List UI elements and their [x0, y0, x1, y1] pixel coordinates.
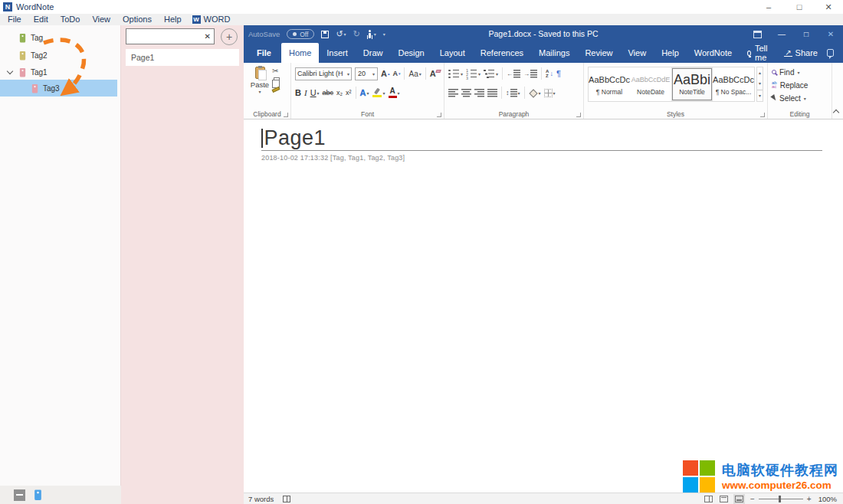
menu-word[interactable]: W WORD [188, 14, 235, 25]
italic-button[interactable]: I [304, 88, 307, 97]
tab-file[interactable]: File [247, 43, 281, 63]
borders-button[interactable]: ▾ [544, 89, 556, 97]
shrink-font-button[interactable]: A▾ [392, 69, 400, 78]
print-layout-icon[interactable] [720, 496, 728, 502]
style-nospacing[interactable]: AaBbCcDc ¶ No Spac... [713, 68, 753, 100]
customize-qat-caret-icon[interactable]: ▾ [383, 31, 385, 37]
share-button[interactable]: ↗ Share [778, 48, 824, 57]
tell-me-box[interactable]: Tell me [740, 44, 778, 62]
subscript-button[interactable]: x₂ [336, 89, 343, 97]
paste-button[interactable]: Paste ▾ [248, 66, 272, 108]
replace-button[interactable]: abac Replace [772, 80, 828, 90]
strikethrough-button[interactable]: abc [323, 89, 334, 97]
show-paragraph-marks-button[interactable]: ¶ [556, 69, 561, 78]
redo-icon[interactable]: ↻ [353, 30, 360, 38]
expand-chevron-icon[interactable] [7, 67, 13, 74]
tab-draw[interactable]: Draw [356, 43, 391, 63]
tag-tree-item-tag3-selected[interactable]: Tag3 [0, 80, 117, 97]
menu-edit[interactable]: Edit [28, 14, 54, 25]
read-mode-icon[interactable] [704, 496, 713, 502]
tab-insert[interactable]: Insert [319, 43, 356, 63]
web-layout-icon[interactable] [735, 496, 743, 502]
tab-review[interactable]: Review [577, 43, 620, 63]
styles-scroll-down-icon[interactable]: ▾ [757, 78, 763, 89]
search-clear-icon[interactable]: ✕ [202, 32, 214, 41]
sort-button[interactable]: AZ↓ [546, 69, 553, 78]
font-name-combobox[interactable]: Calibri Light (H▾ [295, 67, 352, 80]
font-size-combobox[interactable]: 20▾ [355, 67, 378, 80]
line-spacing-button[interactable]: ↕▾ [506, 89, 520, 97]
align-right-button[interactable] [474, 89, 484, 97]
menu-view[interactable]: View [86, 14, 116, 25]
app-close-button[interactable]: ✕ [818, 1, 838, 13]
word-minimize-button[interactable]: — [769, 30, 794, 38]
zoom-slider-track[interactable] [759, 499, 803, 499]
clear-formatting-button[interactable]: A [430, 69, 436, 78]
multilevel-list-button[interactable]: ▾ [484, 69, 498, 78]
undo-icon[interactable]: ↺ [336, 30, 343, 38]
search-box[interactable]: ✕ [126, 28, 215, 44]
align-center-button[interactable] [461, 89, 471, 97]
collapse-ribbon-icon[interactable] [833, 110, 839, 116]
tag-tree-item-tag2[interactable]: Tag2 [0, 47, 117, 64]
zoom-slider-thumb[interactable] [779, 496, 782, 502]
tag-tree-item-tag[interactable]: Tag [0, 29, 117, 46]
autosave-toggle[interactable]: Off [287, 29, 314, 39]
menu-file[interactable]: File [2, 14, 28, 25]
app-maximize-button[interactable]: □ [789, 1, 809, 13]
add-tag-icon[interactable] [33, 489, 43, 501]
tab-layout[interactable]: Layout [432, 43, 473, 63]
menu-help[interactable]: Help [158, 14, 188, 25]
tab-references[interactable]: References [473, 43, 531, 63]
page-list-item[interactable]: Page1 [126, 49, 239, 66]
zoom-in-button[interactable]: + [807, 495, 812, 503]
tab-design[interactable]: Design [390, 43, 431, 63]
save-icon[interactable] [321, 31, 329, 38]
word-maximize-button[interactable]: □ [794, 30, 818, 38]
cut-icon[interactable]: ✂ [272, 67, 280, 75]
tab-home[interactable]: Home [281, 43, 319, 63]
change-case-button[interactable]: Aa▾ [408, 70, 421, 78]
bullets-button[interactable]: ▾ [448, 69, 463, 78]
style-normal[interactable]: AaBbCcDc ¶ Normal [589, 68, 629, 100]
select-button[interactable]: Select ▾ [772, 93, 828, 103]
numbering-button[interactable]: 1 2 3▾ [466, 69, 481, 78]
paragraph-dialog-launcher-icon[interactable] [576, 113, 581, 117]
underline-button[interactable]: U▾ [310, 88, 320, 97]
document-heading[interactable]: Page1 [264, 126, 326, 149]
styles-dialog-launcher-icon[interactable] [760, 113, 765, 117]
remove-tag-button[interactable] [14, 489, 25, 501]
bold-button[interactable]: B [295, 88, 301, 97]
zoom-percentage[interactable]: 100% [818, 495, 837, 503]
styles-scroll-up-icon[interactable]: ▴ [757, 67, 763, 78]
tag-tree-item-tag1[interactable]: Tag1 [0, 64, 117, 80]
document-canvas[interactable]: Page1 2018-10-02 17:13:32 [Tag, Tag1, Ta… [244, 120, 843, 493]
comments-icon[interactable] [827, 49, 834, 57]
font-dialog-launcher-icon[interactable] [437, 113, 441, 117]
justify-button[interactable] [487, 89, 497, 97]
tab-mailings[interactable]: Mailings [531, 43, 577, 63]
undo-dropdown-caret-icon[interactable]: ▾ [344, 31, 346, 37]
grow-font-button[interactable]: A▴ [381, 69, 389, 78]
style-notedate[interactable]: AaBbCcDdE NoteDate [631, 68, 671, 100]
highlight-button[interactable]: ▾ [372, 88, 385, 97]
increase-indent-button[interactable]: → [523, 70, 537, 78]
copy-icon[interactable] [274, 77, 280, 84]
text-effects-button[interactable]: A▾ [360, 88, 369, 97]
superscript-button[interactable]: x² [346, 89, 352, 97]
tab-wordnote[interactable]: WordNote [687, 43, 740, 63]
zoom-out-button[interactable]: − [750, 495, 755, 503]
tab-view[interactable]: View [620, 43, 654, 63]
touch-mode-caret-icon[interactable]: ▾ [374, 31, 376, 37]
tab-help[interactable]: Help [654, 43, 687, 63]
word-count[interactable]: 7 words [248, 495, 274, 503]
note-meta-line[interactable]: 2018-10-02 17:13:32 [Tag, Tag1, Tag2, Ta… [261, 154, 843, 162]
style-notetitle-selected[interactable]: AaBbi NoteTitle [672, 68, 712, 100]
menu-todo[interactable]: ToDo [54, 14, 87, 25]
find-button[interactable]: Find ▾ [772, 67, 828, 77]
clipboard-dialog-launcher-icon[interactable] [284, 113, 288, 117]
styles-more-icon[interactable]: ▾ [757, 90, 763, 101]
search-input[interactable] [126, 32, 202, 41]
decrease-indent-button[interactable]: ← [507, 70, 520, 78]
add-page-button[interactable]: + [221, 28, 238, 45]
